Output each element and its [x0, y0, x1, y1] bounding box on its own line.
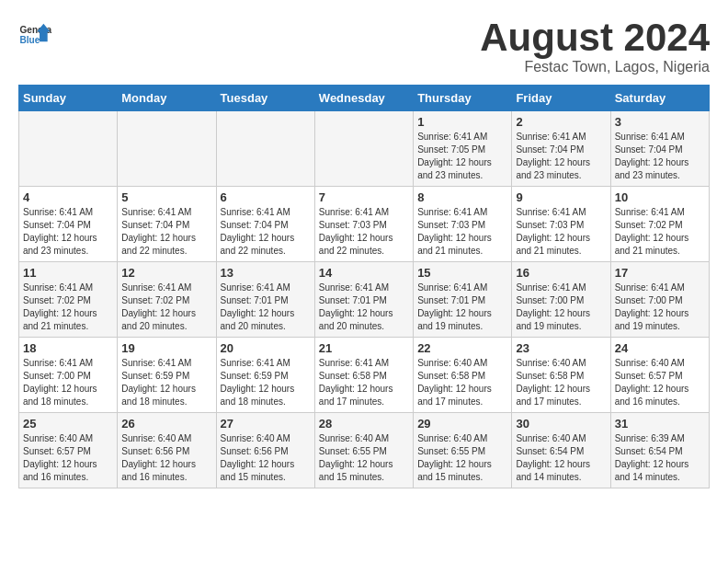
calendar-cell: 2Sunrise: 6:41 AM Sunset: 7:04 PM Daylig…	[512, 111, 610, 187]
day-number: 30	[516, 417, 606, 431]
calendar-cell: 5Sunrise: 6:41 AM Sunset: 7:04 PM Daylig…	[118, 187, 216, 262]
week-row-5: 25Sunrise: 6:40 AM Sunset: 6:57 PM Dayli…	[19, 413, 710, 488]
day-info: Sunrise: 6:40 AM Sunset: 6:55 PM Dayligh…	[417, 432, 507, 484]
calendar-cell	[314, 111, 413, 187]
day-number: 31	[615, 417, 705, 431]
day-info: Sunrise: 6:41 AM Sunset: 7:03 PM Dayligh…	[319, 206, 409, 258]
calendar-cell: 9Sunrise: 6:41 AM Sunset: 7:03 PM Daylig…	[512, 187, 610, 262]
calendar-cell: 14Sunrise: 6:41 AM Sunset: 7:01 PM Dayli…	[314, 262, 413, 338]
day-info: Sunrise: 6:40 AM Sunset: 6:58 PM Dayligh…	[417, 357, 507, 408]
page-header: General Blue August 2024 Festac Town, La…	[18, 18, 710, 75]
calendar-cell: 13Sunrise: 6:41 AM Sunset: 7:01 PM Dayli…	[216, 262, 314, 338]
day-info: Sunrise: 6:41 AM Sunset: 7:01 PM Dayligh…	[319, 282, 409, 333]
calendar-cell	[216, 111, 314, 187]
calendar-cell: 20Sunrise: 6:41 AM Sunset: 6:59 PM Dayli…	[216, 338, 314, 413]
col-header-tuesday: Tuesday	[216, 86, 314, 111]
week-row-3: 11Sunrise: 6:41 AM Sunset: 7:02 PM Dayli…	[19, 262, 710, 338]
day-info: Sunrise: 6:41 AM Sunset: 7:02 PM Dayligh…	[615, 206, 705, 258]
day-info: Sunrise: 6:40 AM Sunset: 6:55 PM Dayligh…	[319, 432, 409, 484]
day-info: Sunrise: 6:41 AM Sunset: 7:04 PM Dayligh…	[615, 131, 705, 182]
day-number: 20	[221, 341, 311, 355]
calendar-cell: 15Sunrise: 6:41 AM Sunset: 7:01 PM Dayli…	[414, 262, 512, 338]
day-number: 5	[121, 190, 211, 204]
day-number: 16	[516, 266, 606, 280]
calendar-cell	[118, 111, 216, 187]
title-block: August 2024 Festac Town, Lagos, Nigeria	[480, 18, 710, 75]
day-info: Sunrise: 6:41 AM Sunset: 7:04 PM Dayligh…	[121, 206, 211, 258]
calendar-cell: 26Sunrise: 6:40 AM Sunset: 6:56 PM Dayli…	[118, 413, 216, 488]
calendar-cell: 1Sunrise: 6:41 AM Sunset: 7:05 PM Daylig…	[414, 111, 512, 187]
day-info: Sunrise: 6:41 AM Sunset: 6:59 PM Dayligh…	[221, 357, 311, 408]
calendar-cell: 29Sunrise: 6:40 AM Sunset: 6:55 PM Dayli…	[414, 413, 512, 488]
calendar-cell	[19, 111, 118, 187]
calendar-cell: 10Sunrise: 6:41 AM Sunset: 7:02 PM Dayli…	[610, 187, 709, 262]
day-info: Sunrise: 6:41 AM Sunset: 6:59 PM Dayligh…	[121, 357, 211, 408]
day-number: 18	[23, 341, 113, 355]
day-info: Sunrise: 6:40 AM Sunset: 6:57 PM Dayligh…	[615, 357, 705, 408]
day-number: 8	[417, 190, 507, 204]
day-info: Sunrise: 6:40 AM Sunset: 6:57 PM Dayligh…	[23, 432, 113, 484]
calendar-cell: 11Sunrise: 6:41 AM Sunset: 7:02 PM Dayli…	[19, 262, 118, 338]
week-row-4: 18Sunrise: 6:41 AM Sunset: 7:00 PM Dayli…	[19, 338, 710, 413]
day-info: Sunrise: 6:40 AM Sunset: 6:58 PM Dayligh…	[516, 357, 606, 408]
col-header-sunday: Sunday	[19, 86, 118, 111]
calendar-cell: 7Sunrise: 6:41 AM Sunset: 7:03 PM Daylig…	[314, 187, 413, 262]
week-row-2: 4Sunrise: 6:41 AM Sunset: 7:04 PM Daylig…	[19, 187, 710, 262]
day-info: Sunrise: 6:40 AM Sunset: 6:54 PM Dayligh…	[516, 432, 606, 484]
day-number: 28	[319, 417, 409, 431]
day-info: Sunrise: 6:41 AM Sunset: 7:02 PM Dayligh…	[23, 282, 113, 333]
day-info: Sunrise: 6:41 AM Sunset: 7:01 PM Dayligh…	[221, 282, 311, 333]
day-number: 13	[221, 266, 311, 280]
day-info: Sunrise: 6:41 AM Sunset: 7:03 PM Dayligh…	[516, 206, 606, 258]
day-number: 17	[615, 266, 705, 280]
calendar-cell: 18Sunrise: 6:41 AM Sunset: 7:00 PM Dayli…	[19, 338, 118, 413]
day-number: 23	[516, 341, 606, 355]
calendar-cell: 30Sunrise: 6:40 AM Sunset: 6:54 PM Dayli…	[512, 413, 610, 488]
day-number: 29	[417, 417, 507, 431]
day-number: 11	[23, 266, 113, 280]
day-number: 6	[221, 190, 311, 204]
day-number: 12	[121, 266, 211, 280]
calendar-cell: 6Sunrise: 6:41 AM Sunset: 7:04 PM Daylig…	[216, 187, 314, 262]
calendar-cell: 25Sunrise: 6:40 AM Sunset: 6:57 PM Dayli…	[19, 413, 118, 488]
day-info: Sunrise: 6:41 AM Sunset: 7:04 PM Dayligh…	[221, 206, 311, 258]
col-header-wednesday: Wednesday	[314, 86, 413, 111]
day-number: 4	[23, 190, 113, 204]
day-number: 21	[319, 341, 409, 355]
day-info: Sunrise: 6:41 AM Sunset: 7:01 PM Dayligh…	[417, 282, 507, 333]
calendar-cell: 17Sunrise: 6:41 AM Sunset: 7:00 PM Dayli…	[610, 262, 709, 338]
day-info: Sunrise: 6:41 AM Sunset: 7:00 PM Dayligh…	[615, 282, 705, 333]
day-number: 22	[417, 341, 507, 355]
location-subtitle: Festac Town, Lagos, Nigeria	[480, 59, 710, 75]
day-number: 10	[615, 190, 705, 204]
day-info: Sunrise: 6:39 AM Sunset: 6:54 PM Dayligh…	[615, 432, 705, 484]
day-number: 9	[516, 190, 606, 204]
day-number: 2	[516, 115, 606, 129]
logo: General Blue	[18, 18, 51, 52]
col-header-thursday: Thursday	[414, 86, 512, 111]
day-number: 1	[417, 115, 507, 129]
calendar-cell: 27Sunrise: 6:40 AM Sunset: 6:56 PM Dayli…	[216, 413, 314, 488]
day-number: 27	[221, 417, 311, 431]
col-header-monday: Monday	[118, 86, 216, 111]
day-number: 25	[23, 417, 113, 431]
svg-text:Blue: Blue	[19, 35, 40, 45]
calendar-cell: 21Sunrise: 6:41 AM Sunset: 6:58 PM Dayli…	[314, 338, 413, 413]
calendar-cell: 24Sunrise: 6:40 AM Sunset: 6:57 PM Dayli…	[610, 338, 709, 413]
day-info: Sunrise: 6:41 AM Sunset: 7:04 PM Dayligh…	[23, 206, 113, 258]
day-info: Sunrise: 6:41 AM Sunset: 7:05 PM Dayligh…	[417, 131, 507, 182]
day-number: 19	[121, 341, 211, 355]
calendar-cell: 23Sunrise: 6:40 AM Sunset: 6:58 PM Dayli…	[512, 338, 610, 413]
day-number: 15	[417, 266, 507, 280]
day-info: Sunrise: 6:41 AM Sunset: 7:04 PM Dayligh…	[516, 131, 606, 182]
day-number: 7	[319, 190, 409, 204]
calendar-cell: 31Sunrise: 6:39 AM Sunset: 6:54 PM Dayli…	[610, 413, 709, 488]
calendar-table: SundayMondayTuesdayWednesdayThursdayFrid…	[18, 85, 710, 488]
calendar-cell: 22Sunrise: 6:40 AM Sunset: 6:58 PM Dayli…	[414, 338, 512, 413]
calendar-cell: 19Sunrise: 6:41 AM Sunset: 6:59 PM Dayli…	[118, 338, 216, 413]
header-row: SundayMondayTuesdayWednesdayThursdayFrid…	[19, 86, 710, 111]
day-info: Sunrise: 6:40 AM Sunset: 6:56 PM Dayligh…	[221, 432, 311, 484]
day-number: 14	[319, 266, 409, 280]
calendar-cell: 28Sunrise: 6:40 AM Sunset: 6:55 PM Dayli…	[314, 413, 413, 488]
col-header-friday: Friday	[512, 86, 610, 111]
